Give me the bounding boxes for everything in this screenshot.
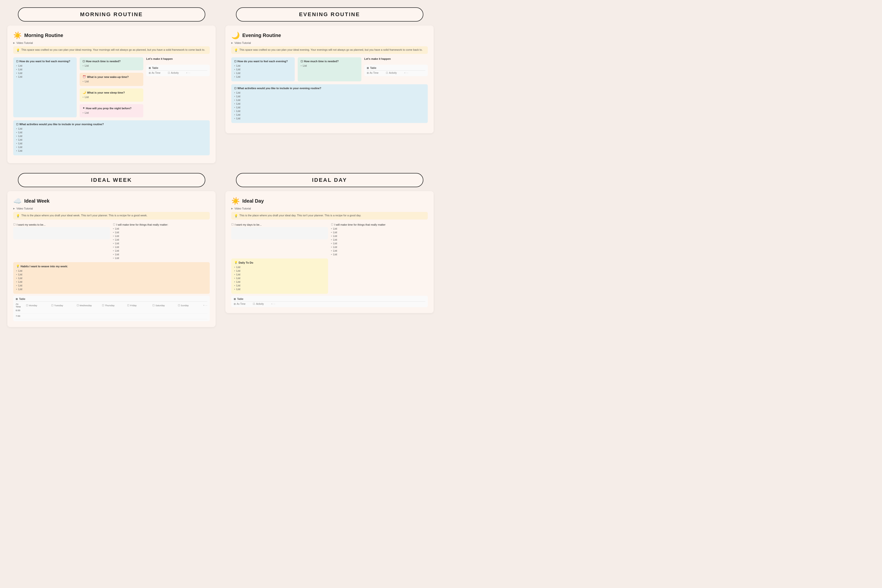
dmt-3: List [331,234,428,237]
sat-7 [158,315,181,318]
evening-label: EVENING ROUTINE [236,8,423,21]
habit-1: List [16,269,207,272]
time-7: 7:00 [16,315,23,318]
dt-6: List [234,284,325,287]
want-week-block: I want my weeks to be... [13,223,110,260]
day-table-cols: ⊞ As Time ☐ Activity + ··· [234,303,425,305]
evening-callout: 💡 This space was crafted so you can plan… [231,46,428,54]
day-make-time-block: I will make time for things that really … [331,223,428,256]
week-thursday-header: ☐ Thursday [102,304,124,307]
sat-6 [158,309,181,312]
week-split-grid: I want my weeks to be... I will make tim… [13,223,210,260]
time-col-icon: ⊞ [149,72,151,74]
wmt-7: List [113,249,210,252]
want-week-textarea[interactable] [13,227,110,239]
time-list-1: List [82,64,140,67]
e-activity-col-icon: ☐ [386,72,388,74]
make-time-week-block: I will make time for things that really … [113,223,210,260]
day-video-tutorial[interactable]: Video Tutorial [231,207,428,210]
morning-time-block: ☐ How much time is needed? List [80,57,143,70]
morning-video-tutorial[interactable]: Video Tutorial [13,41,210,44]
friday-icon: ☐ [127,304,129,307]
morning-feel-block: ☐ How do you want to feel each morning? … [13,57,76,117]
want-week-label: I want my weeks to be... [13,223,110,226]
evening-video-tutorial[interactable]: Video Tutorial [231,41,428,44]
evening-time-block: ☐ How much time is needed? List [298,57,361,81]
wmt-3: List [113,234,210,237]
e-act-1: List [234,91,425,94]
table-icon: ⊞ [149,67,151,69]
week-video-tutorial[interactable]: Video Tutorial [13,207,210,210]
todo-icon: 💡 [234,261,238,264]
add-col-btn[interactable]: + ··· [186,72,190,74]
saturday-icon: ☐ [152,304,154,307]
day-bottom-split: 💡 Daily To Do List List List List List L… [231,258,428,294]
ideal-day-card: ☀️ Ideal Day Video Tutorial 💡 This is th… [225,191,434,313]
e-table-header: ⊞ Table [367,67,425,70]
week-callout-icon: 💡 [16,214,20,218]
day-callout-icon: 💡 [234,214,238,218]
evening-feel-block: ☐ How do you want to feel each evening? … [231,57,295,81]
time-icon: ☐ [82,60,85,63]
wmt-6: List [113,246,210,248]
make-happen-label: Let's make it happen [146,57,210,60]
feel-icon: ☐ [16,60,18,63]
activities-label: ☐ What activities would you like to incl… [16,123,207,126]
dt-5: List [234,280,325,283]
week-table-header: ⊞ Table [16,298,207,302]
evening-feel-label: ☐ How do you want to feel each evening? [234,60,292,63]
morning-top-grid: ☐ How do you want to feel each morning? … [13,57,210,117]
e-add-col-btn[interactable]: + ··· [404,72,408,74]
ideal-day-label: IDEAL DAY [236,173,423,187]
feel-list-2: List [16,68,74,71]
wakeup-label: ⏰ What is your new wake-up time? [82,75,140,78]
day-add-col-btn[interactable]: + ··· [271,303,275,305]
evening-make-happen-label: Let's make it happen [364,57,428,60]
day-table-header: ⊞ Table [234,298,425,302]
thu-6 [105,309,128,312]
morning-title: Morning Routine [24,33,63,38]
habit-3: List [16,277,207,279]
e-table-icon: ⊞ [367,67,369,69]
thursday-icon: ☐ [102,304,104,307]
wmt-4: List [113,238,210,241]
prep-icon: ✦ [82,106,85,110]
tuesday-icon: ☐ [51,304,53,307]
want-day-textarea[interactable] [231,227,328,239]
day-card-header: ☀️ Ideal Day [231,197,428,205]
evening-callout-icon: 💡 [234,48,238,52]
day-time-col: ⊞ As Time [234,303,246,305]
week-friday-header: ☐ Friday [127,304,150,307]
e-act-7: List [234,113,425,116]
dt-7: List [234,288,325,291]
act-2: List [16,131,207,134]
daily-todo-block: 💡 Daily To Do List List List List List L… [231,258,328,294]
activities-block: ☐ What activities would you like to incl… [13,120,210,155]
week-tuesday-header: ☐ Tuesday [51,304,74,307]
e-activity-col: ☐ Activity [386,72,397,74]
tue-7 [52,315,75,318]
week-emoji: ☁️ [13,197,22,205]
dt-2: List [234,269,325,272]
week-row-6: 6:00 [16,308,207,314]
habit-2: List [16,273,207,276]
e-act-6: List [234,110,425,112]
table-cols: ⊞ As Time ☐ Activity + ··· [149,72,207,74]
day-callout: 💡 This is the place where you draft your… [231,212,428,219]
sun-6 [184,309,207,312]
morning-emoji: ☀️ [13,32,22,39]
habit-5: List [16,284,207,287]
week-sunday-header: ☐ Sunday [178,304,200,307]
add-day-btn[interactable]: + ··· [203,304,207,307]
dmt-4: List [331,238,428,241]
sleep-list-1: List [82,96,140,99]
day-table-section: ⊞ Table ⊞ As Time ☐ Activity + ··· [231,296,428,307]
day-activity-col: ☐ Activity [253,303,264,305]
sunday-icon: ☐ [178,304,180,307]
evening-title: Evening Routine [242,33,281,38]
evening-activities-label: ☐ What activities would you like to incl… [234,87,425,90]
act-5: List [16,142,207,145]
morning-callout: 💡 This space was crafted so you can plan… [13,46,210,54]
habit-6: List [16,288,207,291]
evening-table: ⊞ Table ⊞ As Time ☐ Activity [364,64,428,76]
